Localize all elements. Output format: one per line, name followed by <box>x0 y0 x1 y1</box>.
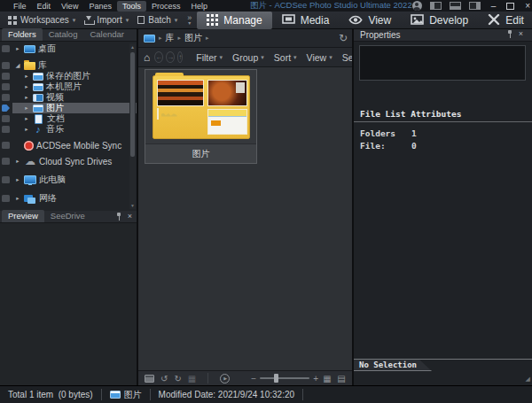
easy-select-marker[interactable] <box>2 195 10 202</box>
scroll-up-icon[interactable]: ▲ <box>129 44 136 50</box>
expander-icon[interactable]: ▸ <box>14 195 21 202</box>
zoom-slider[interactable] <box>260 377 309 379</box>
file-list-area[interactable]: 图片 <box>138 67 353 370</box>
easy-select-marker[interactable] <box>2 142 10 149</box>
tree-scrollbar[interactable]: ▲ ▼ <box>129 43 136 209</box>
close-pane-icon[interactable]: × <box>128 213 132 221</box>
up-icon[interactable]: ↑ <box>177 51 183 63</box>
pin-icon[interactable] <box>116 213 122 221</box>
zoom-in-icon[interactable]: + <box>313 374 318 384</box>
easy-select-marker[interactable] <box>2 115 10 122</box>
easy-select-marker[interactable] <box>2 62 10 69</box>
forward-icon[interactable]: → <box>166 51 175 63</box>
tab-preview[interactable]: Preview <box>2 210 44 222</box>
batch-button[interactable]: Batch ▾ <box>133 12 182 28</box>
zoom-out-icon[interactable]: − <box>251 374 256 384</box>
view-dropdown[interactable]: View ▾ <box>307 52 332 63</box>
toggle-right-pane-icon[interactable] <box>469 2 481 10</box>
details-view-icon[interactable]: ▤ <box>336 374 347 384</box>
menu-help[interactable]: Help <box>185 1 213 12</box>
easy-select-marker[interactable] <box>2 73 10 80</box>
resize-grip-icon[interactable]: ◢ <box>526 376 530 383</box>
expander-icon[interactable]: ◢ <box>14 62 21 69</box>
tree-item-mobile-sync[interactable]: ▸ ACDSee Mobile Sync <box>0 140 137 151</box>
mode-view-button[interactable]: View <box>339 12 401 29</box>
compare-icon[interactable]: ▦ <box>188 374 196 384</box>
properties-preview-box <box>359 45 526 81</box>
menu-process[interactable]: Process <box>146 1 186 12</box>
tree-item-videos[interactable]: ▸ 视频 <box>0 92 137 103</box>
import-button[interactable]: Import ▾ <box>80 12 133 28</box>
expander-icon[interactable]: ▸ <box>23 73 30 80</box>
maximize-button[interactable] <box>506 3 514 10</box>
tree-item-pictures[interactable]: ▸ 图片 <box>0 103 137 113</box>
sort-dropdown[interactable]: Sort ▾ <box>274 52 297 63</box>
scroll-down-icon[interactable]: ▼ <box>129 203 136 208</box>
no-selection-tab[interactable]: No Selection <box>354 360 432 371</box>
toggle-left-pane-icon[interactable] <box>430 2 442 10</box>
tree-item-this-pc[interactable]: ▸ 此电脑 <box>0 174 137 185</box>
computer-icon[interactable] <box>144 35 155 43</box>
expander-icon[interactable]: ▸ <box>14 176 21 183</box>
close-button[interactable]: × <box>522 2 532 10</box>
menu-tools[interactable]: Tools <box>117 1 146 12</box>
easy-select-marker[interactable] <box>2 45 10 52</box>
mode-develop-button[interactable]: Develop <box>401 12 478 29</box>
zoom-slider-thumb[interactable] <box>274 374 278 383</box>
menu-file[interactable]: File <box>8 1 32 12</box>
expander-icon[interactable]: ▸ <box>14 45 21 52</box>
toggle-bottom-pane-icon[interactable] <box>450 2 461 10</box>
mode-media-button[interactable]: Media <box>272 12 340 29</box>
tree-item-desktop[interactable]: ▸ 桌面 <box>0 43 137 54</box>
image-tool-icon[interactable] <box>145 375 154 383</box>
easy-select-marker[interactable] <box>2 83 10 90</box>
tab-catalog[interactable]: Catalog <box>43 28 84 41</box>
account-icon[interactable] <box>412 1 422 11</box>
breadcrumb-item-libraries[interactable]: 库 <box>166 32 175 44</box>
minimize-button[interactable]: – <box>489 2 499 10</box>
tree-item-music[interactable]: ▸ ♪ 音乐 <box>0 124 137 135</box>
crumb-arrow-icon: ▸ <box>206 35 209 42</box>
expander-icon[interactable]: ▸ <box>23 126 30 133</box>
toolbar-overflow-button[interactable]: » ▾ <box>187 15 192 26</box>
slideshow-play-icon[interactable]: ▶ <box>220 374 230 384</box>
easy-select-marker[interactable] <box>2 158 10 165</box>
tree-item-local-photos[interactable]: ▸ 本机照片 <box>0 81 137 92</box>
tile-label: 图片 <box>192 148 210 160</box>
home-icon[interactable]: ⌂ <box>144 52 150 63</box>
close-pane-icon[interactable]: × <box>519 30 523 38</box>
back-icon[interactable]: ← <box>154 51 163 63</box>
mode-edit-button[interactable]: Edit <box>478 12 532 29</box>
expander-icon[interactable]: ▸ <box>23 83 30 90</box>
expander-icon[interactable]: ▸ <box>14 158 21 165</box>
expander-icon[interactable]: ▸ <box>23 115 30 122</box>
expander-icon[interactable]: ▸ <box>23 94 30 101</box>
mode-manage-button[interactable]: Manage <box>197 12 271 29</box>
pin-icon[interactable] <box>507 30 513 38</box>
breadcrumb-item-pictures[interactable]: 图片 <box>184 32 202 44</box>
thumbnails-view-icon[interactable]: ▦ <box>322 374 332 384</box>
menu-view[interactable]: View <box>56 1 83 12</box>
menu-edit[interactable]: Edit <box>32 1 57 12</box>
expander-icon[interactable]: ▸ <box>23 105 30 112</box>
workspaces-button[interactable]: Workspaces ▾ <box>4 12 80 28</box>
tree-item-label: 桌面 <box>38 43 56 55</box>
easy-select-marker[interactable] <box>2 126 10 133</box>
refresh-icon[interactable]: ↻ <box>339 33 348 43</box>
folder-tile-pictures[interactable]: 图片 <box>145 69 257 164</box>
filter-dropdown[interactable]: Filter ▾ <box>196 52 223 63</box>
tree-item-cloud-sync-drives[interactable]: ▸ ☁ Cloud Sync Drives <box>0 156 137 167</box>
menu-panes[interactable]: Panes <box>83 1 117 12</box>
tab-calendar[interactable]: Calendar <box>83 28 130 41</box>
tree-item-network[interactable]: ▸ 网络 <box>0 193 137 204</box>
rotate-right-icon[interactable]: ↻ <box>174 374 181 384</box>
rotate-left-icon[interactable]: ↺ <box>160 374 168 384</box>
tab-folders[interactable]: Folders <box>2 28 43 41</box>
easy-select-marker[interactable] <box>2 176 10 183</box>
tab-seedrive[interactable]: SeeDrive <box>44 210 91 222</box>
tree-item-documents[interactable]: ▸ 文档 <box>0 113 137 124</box>
easy-select-marker[interactable] <box>2 94 10 101</box>
scrollbar-thumb[interactable] <box>130 52 135 157</box>
easy-select-marker[interactable] <box>2 105 10 112</box>
group-dropdown[interactable]: Group ▾ <box>232 52 264 63</box>
